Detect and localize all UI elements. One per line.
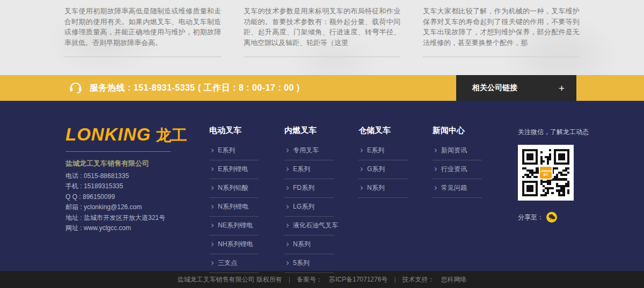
footer-link[interactable]: E系列 [284, 164, 334, 179]
footer-link[interactable]: 5系列 [284, 257, 334, 273]
share-row: 分享至： [518, 212, 582, 223]
chevron-right-icon [210, 224, 214, 227]
article-text: 叉车使用初期故障率高低是随制造或维修质量和走合时期的使用有关。如果内燃叉车、电动… [64, 6, 221, 48]
article-teaser: 叉车大家都比较了解，作为机械的一种，叉车维护保养对叉车的寿命起到了很关键的作用，… [423, 6, 580, 57]
icp-number-link[interactable]: 苏ICP备17071276号 [329, 275, 387, 284]
service-hotline: 服务热线 : 151-8931-5335 ( 工作日 : 8 : 00-17 :… [69, 75, 300, 101]
contact-phone: 电话 : 0515-88681335 [65, 173, 200, 179]
chevron-right-icon [433, 186, 437, 190]
articles-section: 叉车使用初期故障率高低是随制造或维修质量和走合时期的使用有关。如果内燃叉车、电动… [0, 0, 644, 75]
chevron-right-icon [285, 224, 289, 227]
contact-website: 网址 : www.yclgcc.com [65, 225, 200, 231]
chevron-right-icon [285, 242, 289, 246]
separator: | [394, 276, 396, 283]
chevron-right-icon [210, 261, 214, 265]
footer-column-combustion: 内燃叉车 专用叉车 E系列 FD系列 LG系列 液化石油气叉车 N系列 5系列 [284, 125, 334, 276]
chevron-right-icon [210, 167, 214, 171]
footer-link[interactable]: 专用叉车 [284, 145, 334, 160]
chevron-right-icon [210, 205, 214, 209]
chevron-right-icon [359, 167, 363, 171]
footer-link[interactable]: N系列铅酸 [209, 182, 259, 198]
contact-email: 邮箱 : yclonking@126.com [65, 204, 200, 210]
footer-column-warehouse: 仓储叉车 E系列 G系列 N系列 [358, 125, 408, 201]
footer-link[interactable]: NE系列锂电 [209, 220, 259, 235]
wechat-title: 关注微信，了解龙工动态 [518, 128, 582, 137]
footer-link[interactable]: G系列 [358, 164, 408, 179]
plus-icon: + [559, 83, 565, 93]
support-label: 技术支持： [402, 275, 435, 284]
contact-list: 电话 : 0515-88681335 手机 : 15189315335 Q Q … [65, 173, 200, 232]
company-name: 盐城龙工叉车销售有限公司 [65, 159, 200, 168]
support-vendor-link[interactable]: 思科网络 [441, 275, 467, 284]
footer-link[interactable]: FD系列 [284, 182, 334, 198]
column-title: 内燃叉车 [284, 125, 334, 136]
footer-link[interactable]: E系列锂电 [209, 164, 259, 179]
chevron-right-icon [285, 167, 289, 171]
footer-link[interactable]: NH系列锂电 [209, 239, 259, 254]
chevron-right-icon [359, 149, 363, 152]
hotline-text: 服务热线 : 151-8931-5335 ( 工作日 : 8 : 00-17 :… [90, 83, 300, 94]
footer-link[interactable]: LG系列 [284, 201, 334, 217]
chevron-right-icon [210, 149, 214, 152]
footer-link[interactable]: 液化石油气叉车 [284, 220, 334, 235]
lonking-logo[interactable]: LONKING龙工 [65, 124, 200, 146]
article-teaser: 叉车的技术参数是用来标明叉车的布局特征和作业功能的。首要技术参数有：额外起分量、… [244, 6, 400, 57]
wechat-block: 关注微信，了解龙工动态 LONKING 龙工 分享至： [518, 128, 582, 223]
share-label: 分享至： [518, 213, 544, 222]
footer-main: LONKING龙工 盐城龙工叉车销售有限公司 电话 : 0515-8868133… [0, 101, 644, 271]
footer-link[interactable]: 行业资讯 [433, 164, 482, 179]
logo-divider [65, 151, 171, 152]
chevron-right-icon [433, 167, 437, 171]
footer-link[interactable]: N系列 [358, 182, 408, 198]
qr-center-logo: LONKING 龙工 [539, 166, 553, 180]
chevron-right-icon [210, 186, 214, 190]
chevron-right-icon [210, 242, 214, 246]
footer-link[interactable]: 新闻资讯 [433, 145, 482, 160]
chevron-right-icon [285, 149, 289, 152]
footer-link[interactable]: E系列 [209, 145, 259, 160]
related-links-toggle[interactable]: 相关公司链接 + [456, 75, 576, 101]
qr-code: LONKING 龙工 [518, 145, 574, 201]
logo-latin: LONKING [65, 124, 151, 144]
separator: | [289, 276, 290, 283]
article-text: 叉车的技术参数是用来标明叉车的布局特征和作业功能的。首要技术参数有：额外起分量、… [244, 6, 400, 48]
column-title: 新闻中心 [433, 125, 482, 136]
chevron-right-icon [433, 149, 437, 152]
article-text: 叉车大家都比较了解，作为机械的一种，叉车维护保养对叉车的寿命起到了很关键的作用，… [423, 6, 580, 48]
footer-link[interactable]: 三支点 [209, 257, 259, 273]
footer-link[interactable]: E系列 [358, 145, 408, 160]
chevron-right-icon [285, 261, 289, 265]
column-title: 仓储叉车 [358, 125, 408, 136]
articles-row: 叉车使用初期故障率高低是随制造或维修质量和走合时期的使用有关。如果内燃叉车、电动… [64, 0, 580, 57]
footer-column-news: 新闻中心 新闻资讯 行业资讯 常见问题 [433, 125, 482, 201]
hotline-bar: 服务热线 : 151-8931-5335 ( 工作日 : 8 : 00-17 :… [0, 75, 644, 101]
contact-mobile: 手机 : 15189315335 [65, 183, 200, 189]
company-block: LONKING龙工 盐城龙工叉车销售有限公司 电话 : 0515-8868133… [65, 124, 200, 231]
article-teaser: 叉车使用初期故障率高低是随制造或维修质量和走合时期的使用有关。如果内燃叉车、电动… [64, 6, 221, 57]
footer-link[interactable]: N系列锂电 [209, 201, 259, 217]
wechat-share-button[interactable] [546, 212, 557, 223]
related-links-label: 相关公司链接 [472, 83, 517, 93]
article-divider [423, 56, 580, 57]
footer-column-electric: 电动叉车 E系列 E系列锂电 N系列铅酸 N系列锂电 NE系列锂电 NH系列锂电… [209, 125, 259, 276]
article-divider [64, 56, 221, 57]
chevron-right-icon [285, 205, 289, 209]
headset-icon [69, 80, 83, 95]
footer-link[interactable]: 常见问题 [433, 182, 482, 198]
article-divider [244, 56, 400, 57]
icp-label: 备案号： [297, 275, 323, 284]
chevron-right-icon [285, 186, 289, 190]
contact-address: 地址 : 盐城市开发区开放大道321号 [65, 215, 200, 221]
column-title: 电动叉车 [209, 125, 259, 136]
logo-cn: 龙工 [156, 127, 187, 144]
footer-link[interactable]: N系列 [284, 239, 334, 254]
copyright-text: 盐城龙工叉车销售有限公司 版权所有 [178, 275, 282, 284]
wechat-icon [548, 212, 555, 222]
contact-qq: Q Q : 896150099 [65, 194, 200, 200]
chevron-right-icon [359, 186, 363, 190]
